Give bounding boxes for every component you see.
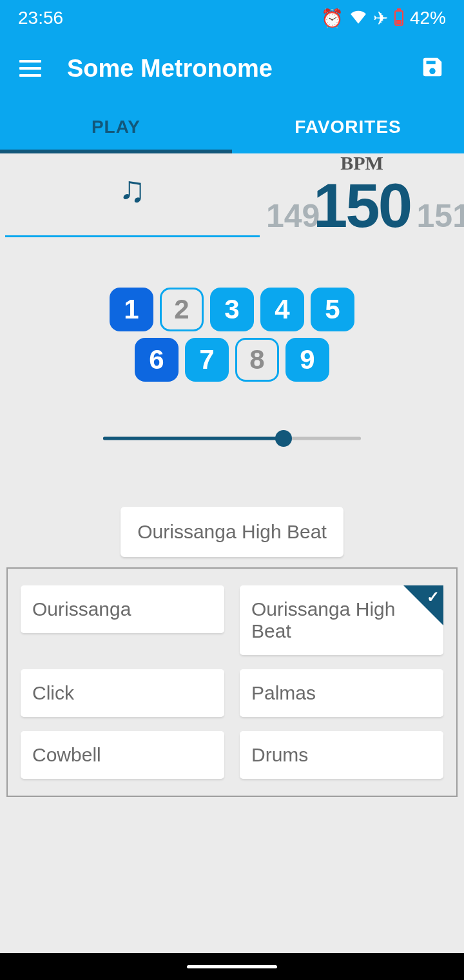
beat-5[interactable]: 5 [311, 288, 354, 331]
android-nav-bar [0, 953, 464, 980]
bpm-prev: 149 [266, 197, 320, 235]
save-button[interactable] [420, 55, 445, 82]
sound-option-palmas[interactable]: Palmas [240, 669, 443, 717]
note-icon: ♫ [119, 168, 146, 210]
app-bar: Some Metronome [0, 36, 464, 101]
slider-thumb[interactable] [275, 430, 292, 447]
beat-1[interactable]: 1 [110, 288, 153, 331]
nav-handle[interactable] [187, 965, 277, 968]
beat-6[interactable]: 6 [135, 338, 179, 382]
sound-option-cowbell[interactable]: Cowbell [21, 731, 224, 779]
tabs: PLAY FAVORITES [0, 101, 464, 153]
bpm-current: 150 [313, 170, 411, 241]
status-time: 23:56 [18, 8, 63, 28]
bpm-picker[interactable]: BPM 149 150 151 [260, 153, 464, 237]
alarm-icon: ⏰ [321, 8, 343, 29]
sound-option-ourissanga-high-beat[interactable]: Ourissanga High Beat [240, 585, 443, 655]
sound-option-drums[interactable]: Drums [240, 731, 443, 779]
status-bar: 23:56 ⏰ ✈ 42% [0, 0, 464, 36]
subdivision-button[interactable]: ♫ [5, 153, 260, 237]
tab-play[interactable]: PLAY [0, 101, 232, 153]
beat-2[interactable]: 2 [160, 288, 204, 331]
beat-9[interactable]: 9 [285, 338, 329, 382]
bpm-row: ♫ BPM 149 150 151 [0, 153, 464, 237]
sound-option-ourissanga[interactable]: Ourissanga [21, 585, 224, 633]
bpm-next: 151 [417, 197, 464, 235]
tab-favorites[interactable]: FAVORITES [232, 101, 464, 153]
battery-icon [394, 10, 403, 26]
beat-4[interactable]: 4 [260, 288, 304, 331]
sound-option-click[interactable]: Click [21, 669, 224, 717]
beat-8[interactable]: 8 [235, 338, 279, 382]
beat-3[interactable]: 3 [210, 288, 254, 331]
sound-options: Ourissanga Ourissanga High Beat Click Pa… [6, 567, 458, 797]
menu-icon[interactable] [19, 60, 41, 77]
airplane-icon: ✈ [373, 8, 388, 29]
battery-percent: 42% [410, 8, 446, 28]
tempo-slider[interactable] [103, 431, 361, 446]
slider-fill [103, 437, 284, 440]
beats-grid: 1 2 3 4 5 6 7 8 9 [0, 288, 464, 382]
status-icons: ⏰ ✈ 42% [321, 8, 446, 29]
beat-7[interactable]: 7 [185, 338, 229, 382]
app-title: Some Metronome [67, 55, 394, 83]
selected-sound-button[interactable]: Ourissanga High Beat [121, 507, 343, 557]
wifi-icon [350, 8, 367, 28]
